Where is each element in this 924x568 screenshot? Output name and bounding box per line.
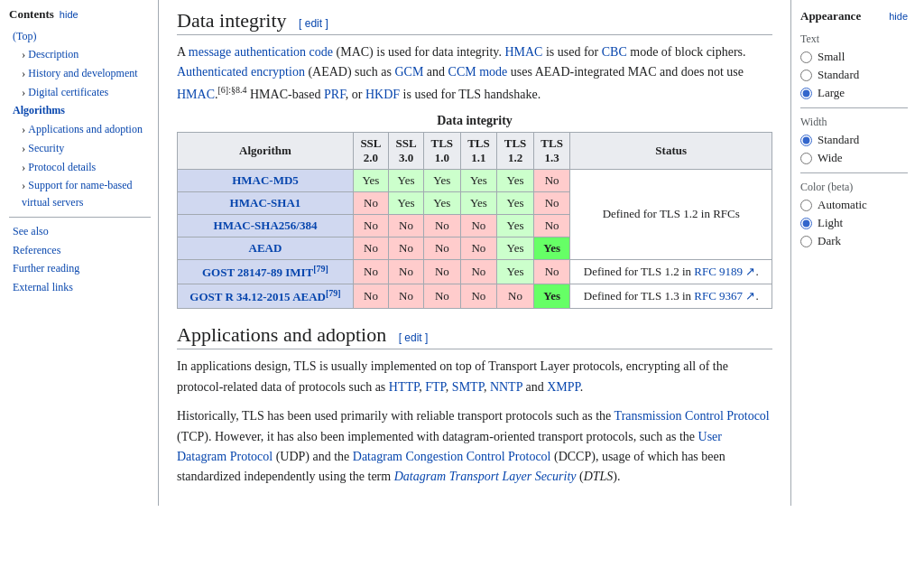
dtls-link[interactable]: Datagram Transport Layer Security <box>394 470 577 483</box>
text-large-radio[interactable] <box>800 88 812 99</box>
smtp-link[interactable]: SMTP <box>452 380 484 394</box>
toc-item-history[interactable]: › History and development <box>9 64 151 83</box>
cell: No <box>424 284 461 309</box>
hmac-link2[interactable]: HMAC <box>177 87 215 100</box>
width-wide-option[interactable]: Wide <box>800 151 908 165</box>
status-rfc9189: Defined for TLS 1.2 in RFC 9189 ↗. <box>570 259 772 284</box>
appearance-title-row: Appearance hide <box>800 9 908 23</box>
width-wide-radio[interactable] <box>800 153 812 164</box>
color-section-label: Color (beta) <box>800 181 908 194</box>
toc-item-apps[interactable]: › Applications and adoption <box>9 120 151 139</box>
toc-item-description[interactable]: › Description <box>9 45 151 64</box>
toc-item-virtual-servers[interactable]: › Support for name-based virtual servers <box>9 176 151 212</box>
cell: No <box>424 214 461 237</box>
text-large-label: Large <box>818 86 845 100</box>
nntp-link[interactable]: NNTP <box>490 380 522 394</box>
toc-item-algorithms[interactable]: Algorithms <box>9 101 151 120</box>
table-title: Data integrity <box>177 114 772 128</box>
cell: No <box>424 259 461 284</box>
cell: No <box>460 214 497 237</box>
xmpp-link[interactable]: XMPP <box>547 380 580 394</box>
algo-aead: AEAD <box>178 237 354 259</box>
table-of-contents: Contents hide (Top) › Description › Hist… <box>0 0 159 506</box>
gcm-link[interactable]: GCM <box>394 65 423 79</box>
data-integrity-table-wrapper: Data integrity Algorithm SSL2.0 SSL3.0 T… <box>177 114 772 310</box>
table-header-row: Algorithm SSL2.0 SSL3.0 TLS1.0 TLS1.1 TL… <box>178 132 772 169</box>
col-ssl30: SSL3.0 <box>388 132 423 169</box>
width-wide-label: Wide <box>818 151 843 165</box>
color-dark-radio[interactable] <box>800 236 812 247</box>
cbc-link[interactable]: CBC <box>602 45 627 59</box>
cell: No <box>388 259 423 284</box>
cell: No <box>533 259 570 284</box>
color-light-label: Light <box>818 216 843 230</box>
toc-item-further-reading[interactable]: Further reading <box>9 259 151 278</box>
cell: No <box>353 237 388 259</box>
toc-item-top[interactable]: (Top) <box>9 27 151 45</box>
cell: Yes <box>533 284 570 309</box>
prf-link[interactable]: PRF <box>324 87 346 100</box>
rfc9367-link[interactable]: RFC 9367 ↗ <box>694 289 755 303</box>
cell: No <box>424 237 461 259</box>
algo-hmac-sha256: HMAC-SHA256/384 <box>178 214 354 237</box>
width-standard-option[interactable]: Standard <box>800 133 908 147</box>
tcp-link[interactable]: Transmission Control Protocol <box>614 409 770 423</box>
dccp-link[interactable]: Datagram Congestion Control Protocol <box>353 450 551 463</box>
color-light-radio[interactable] <box>800 218 812 229</box>
aead-link[interactable]: Authenticated encryption <box>177 65 305 79</box>
table-row: GOST 28147-89 IMIT[79] No No No No Yes N… <box>178 259 772 284</box>
toc-item-security[interactable]: › Security <box>9 139 151 158</box>
edit-link-apps[interactable]: [ edit ] <box>399 331 429 344</box>
cell: No <box>388 214 423 237</box>
toc-hide-button[interactable]: hide <box>60 9 79 20</box>
color-automatic-option[interactable]: Automatic <box>800 198 908 212</box>
width-standard-radio[interactable] <box>800 135 812 146</box>
text-small-radio[interactable] <box>800 51 812 63</box>
text-standard-radio[interactable] <box>800 70 812 81</box>
cell: No <box>388 237 423 259</box>
rfc9189-link[interactable]: RFC 9189 ↗ <box>694 265 755 278</box>
cell: No <box>460 237 497 259</box>
toc-item-see-also[interactable]: See also <box>9 222 151 241</box>
main-content: Data integrity [ edit ] A message authen… <box>159 0 790 506</box>
color-automatic-radio[interactable] <box>800 200 812 211</box>
appearance-hide-button[interactable]: hide <box>889 11 908 22</box>
appearance-divider-1 <box>800 107 908 108</box>
cell: No <box>533 214 570 237</box>
toc-item-digital-certs[interactable]: › Digital certificates <box>9 83 151 102</box>
text-standard-option[interactable]: Standard <box>800 68 908 82</box>
toc-item-references[interactable]: References <box>9 241 151 260</box>
algo-gost1: GOST 28147-89 IMIT[79] <box>178 259 354 284</box>
hkdf-link[interactable]: HKDF <box>365 87 400 100</box>
cell: Yes <box>497 259 534 284</box>
cell: No <box>497 284 534 309</box>
ftp-link[interactable]: FTP <box>425 380 446 394</box>
section-title-apps: Applications and adoption [ edit ] <box>177 323 772 349</box>
cell: No <box>353 284 388 309</box>
hmac-link[interactable]: HMAC <box>504 45 542 59</box>
table-row: GOST R 34.12-2015 AEAD[79] No No No No N… <box>178 284 772 309</box>
algo-hmac-md5: HMAC-MD5 <box>178 169 354 191</box>
cell: Yes <box>460 191 497 214</box>
text-small-option[interactable]: Small <box>800 50 908 64</box>
width-standard-label: Standard <box>818 133 859 147</box>
ccm-link[interactable]: CCM mode <box>448 65 508 79</box>
edit-link-data-integrity[interactable]: [ edit ] <box>299 17 328 30</box>
http-link[interactable]: HTTP <box>389 380 419 394</box>
cell: No <box>533 169 570 191</box>
toc-item-protocol[interactable]: › Protocol details <box>9 158 151 177</box>
text-large-option[interactable]: Large <box>800 86 908 100</box>
toc-title-label: Contents <box>9 7 54 22</box>
width-section-label: Width <box>800 116 908 129</box>
status-rfcs: Defined for TLS 1.2 in RFCs <box>570 169 772 259</box>
table-row: HMAC-MD5 Yes Yes Yes Yes Yes No Defined … <box>178 169 772 191</box>
color-dark-label: Dark <box>818 234 841 248</box>
toc-item-external-links[interactable]: External links <box>9 278 151 297</box>
cell: No <box>353 191 388 214</box>
color-dark-option[interactable]: Dark <box>800 234 908 248</box>
color-light-option[interactable]: Light <box>800 216 908 230</box>
mac-link[interactable]: message authentication code <box>189 45 333 59</box>
appearance-divider-2 <box>800 172 908 173</box>
cell: Yes <box>533 237 570 259</box>
cell: No <box>533 191 570 214</box>
